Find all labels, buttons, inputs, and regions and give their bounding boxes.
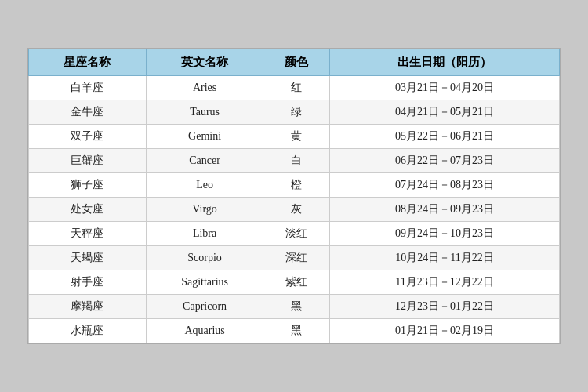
table-cell-3-0: 巨蟹座 — [29, 149, 147, 173]
table-row: 白羊座Aries红03月21日－04月20日 — [29, 76, 560, 100]
table-cell-9-0: 摩羯座 — [29, 295, 147, 319]
table-cell-6-0: 天秤座 — [29, 222, 147, 246]
table-cell-8-1: Sagittarius — [146, 270, 263, 295]
table-cell-1-1: Taurus — [146, 100, 263, 125]
table-cell-9-2: 黑 — [263, 295, 330, 319]
table-cell-7-2: 深红 — [263, 246, 330, 270]
table-cell-3-2: 白 — [263, 149, 330, 173]
zodiac-table: 星座名称英文名称颜色出生日期（阳历） 白羊座Aries红03月21日－04月20… — [28, 49, 560, 343]
table-row: 狮子座Leo橙07月24日－08月23日 — [29, 173, 560, 198]
table-cell-8-3: 11月23日－12月22日 — [330, 270, 560, 295]
table-header-1: 英文名称 — [146, 49, 263, 76]
table-row: 天蝎座Scorpio深红10月24日－11月22日 — [29, 246, 560, 270]
table-header-row: 星座名称英文名称颜色出生日期（阳历） — [29, 49, 560, 76]
table-cell-0-2: 红 — [263, 76, 330, 100]
table-cell-10-2: 黑 — [263, 319, 330, 343]
table-cell-7-0: 天蝎座 — [29, 246, 147, 270]
table-cell-2-2: 黄 — [263, 125, 330, 149]
table-cell-4-1: Leo — [146, 173, 263, 198]
table-cell-4-2: 橙 — [263, 173, 330, 198]
table-row: 金牛座Taurus绿04月21日－05月21日 — [29, 100, 560, 125]
table-cell-9-1: Capricorn — [146, 295, 263, 319]
table-cell-8-2: 紫红 — [263, 270, 330, 295]
table-header-0: 星座名称 — [29, 49, 147, 76]
table-row: 摩羯座Capricorn黑12月23日－01月22日 — [29, 295, 560, 319]
table-cell-7-1: Scorpio — [146, 246, 263, 270]
table-cell-8-0: 射手座 — [29, 270, 147, 295]
table-cell-2-3: 05月22日－06月21日 — [330, 125, 560, 149]
table-row: 处女座Virgo灰08月24日－09月23日 — [29, 198, 560, 222]
table-cell-5-2: 灰 — [263, 198, 330, 222]
table-cell-6-2: 淡红 — [263, 222, 330, 246]
table-cell-1-2: 绿 — [263, 100, 330, 125]
table-cell-5-1: Virgo — [146, 198, 263, 222]
table-cell-1-0: 金牛座 — [29, 100, 147, 125]
table-cell-0-0: 白羊座 — [29, 76, 147, 100]
table-cell-7-3: 10月24日－11月22日 — [330, 246, 560, 270]
table-cell-6-1: Libra — [146, 222, 263, 246]
table-cell-0-1: Aries — [146, 76, 263, 100]
table-cell-2-1: Gemini — [146, 125, 263, 149]
table-cell-5-0: 处女座 — [29, 198, 147, 222]
table-cell-4-0: 狮子座 — [29, 173, 147, 198]
table-header-2: 颜色 — [263, 49, 330, 76]
table-cell-0-3: 03月21日－04月20日 — [330, 76, 560, 100]
table-cell-1-3: 04月21日－05月21日 — [330, 100, 560, 125]
table-cell-3-1: Cancer — [146, 149, 263, 173]
table-cell-9-3: 12月23日－01月22日 — [330, 295, 560, 319]
table-cell-10-1: Aquarius — [146, 319, 263, 343]
table-row: 水瓶座Aquarius黑01月21日－02月19日 — [29, 319, 560, 343]
table-row: 射手座Sagittarius紫红11月23日－12月22日 — [29, 270, 560, 295]
table-row: 巨蟹座Cancer白06月22日－07月23日 — [29, 149, 560, 173]
zodiac-table-container: 星座名称英文名称颜色出生日期（阳历） 白羊座Aries红03月21日－04月20… — [27, 48, 561, 344]
table-row: 双子座Gemini黄05月22日－06月21日 — [29, 125, 560, 149]
table-cell-5-3: 08月24日－09月23日 — [330, 198, 560, 222]
table-cell-6-3: 09月24日－10月23日 — [330, 222, 560, 246]
table-cell-10-0: 水瓶座 — [29, 319, 147, 343]
table-cell-2-0: 双子座 — [29, 125, 147, 149]
table-cell-4-3: 07月24日－08月23日 — [330, 173, 560, 198]
table-row: 天秤座Libra淡红09月24日－10月23日 — [29, 222, 560, 246]
table-cell-10-3: 01月21日－02月19日 — [330, 319, 560, 343]
table-header-3: 出生日期（阳历） — [330, 49, 560, 76]
table-cell-3-3: 06月22日－07月23日 — [330, 149, 560, 173]
